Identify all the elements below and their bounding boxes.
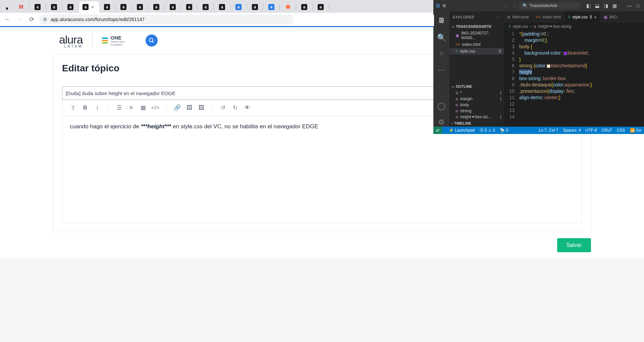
language-status[interactable]: CSS bbox=[617, 128, 625, 133]
favicon: a bbox=[268, 4, 274, 10]
browser-tab[interactable]: a bbox=[313, 1, 328, 13]
code-lines[interactable]: *{padding:=0 ; margin=0;}body { backgrou… bbox=[519, 31, 644, 127]
folder-header[interactable]: ⌄ TRASCENDERARTE bbox=[449, 23, 504, 30]
close-tab-icon[interactable]: × bbox=[91, 4, 94, 10]
nav-back-icon[interactable]: ← bbox=[504, 3, 508, 8]
eol-status[interactable]: CRLF bbox=[602, 128, 612, 133]
code-button[interactable]: </> bbox=[151, 103, 160, 113]
preview-button[interactable]: 👁 bbox=[243, 103, 252, 113]
outline-item[interactable]: ⧈strong bbox=[449, 108, 504, 114]
breadcrumb[interactable]: # style.css › ⧈ height⏷box-sizing bbox=[504, 23, 644, 30]
hamburger-menu-icon[interactable]: ≡ bbox=[442, 2, 446, 9]
vscode-titlebar[interactable]: ⧉ ≡ ← → 🔍 TrascenderArte ◧ ⬓ ◨ ▦ — □ bbox=[433, 0, 644, 11]
browser-tab[interactable]: a bbox=[116, 1, 131, 13]
customize-layout-icon[interactable]: ▦ bbox=[611, 3, 618, 8]
alura-logo[interactable]: alura LATAM bbox=[59, 33, 83, 48]
browser-tab[interactable]: M bbox=[13, 1, 29, 13]
ordered-list-button[interactable]: ≡ bbox=[126, 103, 136, 113]
html-file-icon: <> bbox=[455, 42, 460, 47]
italic-button[interactable]: i bbox=[93, 103, 102, 113]
undo-button[interactable]: ↺ bbox=[218, 103, 228, 113]
ports-status[interactable]: 📡 0 bbox=[500, 128, 508, 133]
back-button[interactable]: ← bbox=[3, 15, 12, 24]
browser-tab[interactable]: a bbox=[198, 1, 213, 13]
code-editor[interactable]: 1234567891011121314 *{padding:=0 ; margi… bbox=[504, 30, 644, 127]
tabs-dropdown-button[interactable]: ▾ bbox=[3, 4, 11, 13]
address-bar[interactable]: ⚙ app.aluracursos.com/forum/topic/edit/2… bbox=[39, 14, 294, 24]
outline-item[interactable]: ⧈*1 bbox=[449, 90, 504, 96]
favicon: ✱ bbox=[285, 4, 291, 10]
explorer-more-icon[interactable]: ⋯ bbox=[497, 15, 501, 19]
browser-tab[interactable]: a bbox=[231, 1, 246, 13]
symbol-icon: ⧈ bbox=[455, 90, 458, 95]
search-activity-icon[interactable]: 🔍 bbox=[437, 33, 446, 42]
launchpad-status[interactable]: ⚡ Launchpad bbox=[449, 128, 475, 133]
more-activity-icon[interactable]: ⋯ bbox=[438, 66, 445, 74]
toggle-panel-icon[interactable]: ⬓ bbox=[594, 3, 600, 8]
browser-tab[interactable]: a bbox=[297, 1, 312, 13]
account-activity-icon[interactable]: ◯ bbox=[437, 102, 446, 111]
bold-button[interactable]: B bbox=[80, 103, 90, 113]
explorer-file[interactable]: ▣IMG-20240727-WA00... bbox=[449, 30, 504, 41]
explorer-file[interactable]: #style.css5 bbox=[449, 48, 504, 55]
forward-button[interactable]: → bbox=[15, 15, 24, 24]
site-settings-icon[interactable]: ⚙ bbox=[43, 17, 47, 22]
browser-tab[interactable]: a bbox=[46, 1, 62, 13]
explorer-file[interactable]: <>index.html bbox=[449, 41, 504, 48]
settings-activity-icon[interactable]: ⚙ bbox=[438, 118, 445, 127]
browser-tab[interactable]: ✱ bbox=[280, 1, 296, 13]
browser-tab[interactable]: a bbox=[99, 1, 115, 13]
line-gutter: 1234567891011121314 bbox=[504, 31, 519, 127]
link-button[interactable]: 🔗 bbox=[172, 103, 182, 113]
reload-button[interactable]: ⟳ bbox=[27, 15, 36, 24]
problems-status[interactable]: ⓧ 5 ⚠ 0 bbox=[480, 128, 495, 133]
table-button[interactable]: ▦ bbox=[139, 103, 148, 113]
browser-tab[interactable]: a bbox=[181, 1, 197, 13]
browser-tab[interactable]: a bbox=[63, 1, 78, 13]
editor-tab[interactable]: ▣IMG- bbox=[600, 11, 622, 23]
browser-tab[interactable]: a bbox=[214, 1, 230, 13]
remote-indicator[interactable]: ⇄ bbox=[433, 127, 442, 134]
browser-tab[interactable]: a bbox=[165, 1, 180, 13]
save-button[interactable]: Salvar bbox=[557, 238, 591, 252]
format-text-button[interactable]: T bbox=[68, 103, 78, 113]
search-button[interactable] bbox=[146, 35, 158, 47]
maximize-icon[interactable]: □ bbox=[635, 3, 641, 8]
explorer-activity-icon[interactable]: 🗎 bbox=[433, 15, 449, 26]
browser-tab[interactable]: a bbox=[149, 1, 164, 13]
close-tab-icon[interactable]: × bbox=[594, 15, 597, 20]
outline-header[interactable]: ⌄ OUTLINE bbox=[449, 83, 504, 90]
cursor-position-status[interactable]: Ln 7, Col 7 bbox=[539, 128, 558, 133]
browser-tab[interactable]: a bbox=[30, 1, 45, 13]
editor-tab[interactable]: #style.css 5× bbox=[565, 11, 600, 23]
toggle-sidebar-icon[interactable]: ◧ bbox=[585, 3, 592, 8]
encoding-status[interactable]: UTF-8 bbox=[586, 128, 597, 133]
favicon: a bbox=[235, 4, 241, 10]
browser-tab[interactable]: a bbox=[247, 1, 263, 13]
favicon: a bbox=[203, 4, 209, 10]
image-upload-button[interactable]: 🖼 bbox=[197, 103, 206, 113]
indentation-status[interactable]: Spaces: 4 bbox=[563, 128, 581, 133]
image-button[interactable]: 🖼 bbox=[184, 103, 194, 113]
symbol-icon: ⧈ bbox=[455, 115, 458, 119]
redo-button[interactable]: ↻ bbox=[230, 103, 240, 113]
nav-forward-icon[interactable]: → bbox=[512, 3, 517, 8]
outline-item[interactable]: ⧈margin1 bbox=[449, 96, 504, 102]
source-control-activity-icon[interactable]: ⑂ bbox=[439, 50, 444, 58]
symbol-icon: ⧈ bbox=[534, 24, 536, 29]
browser-tab-active[interactable]: a × bbox=[79, 1, 99, 13]
outline-item[interactable]: ⧈height⏷box-siz...1 bbox=[449, 114, 504, 120]
chevron-down-icon: ⌄ bbox=[451, 84, 454, 88]
go-live-status[interactable]: 📶 Go bbox=[630, 128, 641, 133]
toggle-secondary-icon[interactable]: ◨ bbox=[602, 3, 609, 8]
command-center-search[interactable]: 🔍 TrascenderArte bbox=[519, 2, 580, 9]
minimize-icon[interactable]: — bbox=[626, 3, 633, 8]
browser-tab[interactable]: a bbox=[132, 1, 148, 13]
outline-item[interactable]: ⧈body bbox=[449, 102, 504, 108]
editor-tab[interactable]: <>index.html bbox=[533, 11, 565, 23]
one-logo[interactable]: ONE Oracle NextEducation bbox=[102, 35, 125, 47]
timeline-header[interactable]: › TIMELINE bbox=[449, 120, 504, 127]
editor-tab[interactable]: ⧉Welcome bbox=[504, 11, 533, 23]
browser-tab[interactable]: a bbox=[264, 1, 279, 13]
unordered-list-button[interactable]: ☰ bbox=[114, 103, 124, 113]
